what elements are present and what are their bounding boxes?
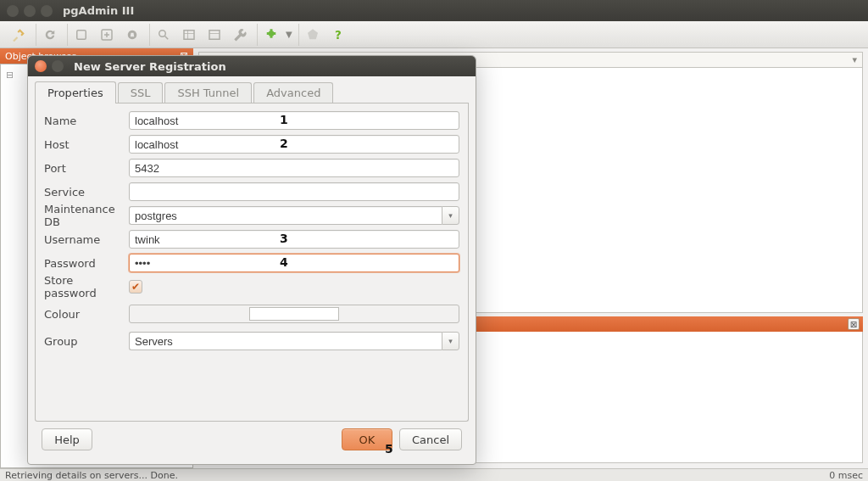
label-service: Service [44,186,129,199]
view-data-button[interactable] [178,24,200,46]
label-group: Group [44,335,129,348]
tab-properties[interactable]: Properties [35,81,116,103]
plugins-dropdown-caret[interactable]: ▼ [286,24,292,46]
maintenance-db-field[interactable] [129,206,442,225]
annotation-5: 5 [385,442,393,456]
label-name: Name [44,115,129,127]
connect-server-button[interactable] [8,24,30,46]
maintenance-button[interactable] [229,24,251,46]
tab-properties-content: Name 1 Host 2 Port Service [35,103,469,422]
svg-rect-3 [184,30,194,39]
dialog-tab-strip: Properties SSL SSH Tunnel Advanced [35,81,469,103]
status-bar: Retrieving details on servers... Done. 0… [0,468,868,481]
name-field[interactable] [129,111,459,130]
cancel-button[interactable]: Cancel [399,428,462,450]
window-minimize-button[interactable] [24,5,36,17]
port-field[interactable] [129,159,459,177]
maintenance-db-dropdown-button[interactable]: ▾ [442,206,459,225]
status-text: Retrieving details on servers... Done. [5,470,178,481]
svg-rect-4 [209,30,220,39]
window-maximize-button[interactable] [41,5,53,17]
label-password: Password [44,257,129,270]
tree-expand-icon[interactable]: ⊟ [6,70,14,81]
colour-swatch [249,307,339,321]
group-field[interactable] [129,332,442,350]
svg-point-2 [159,30,166,36]
new-object-button[interactable] [96,24,118,46]
password-field[interactable] [129,254,459,272]
svg-rect-0 [77,30,86,39]
window-close-button[interactable] [7,5,19,17]
help-button-dialog[interactable]: Help [42,428,92,450]
plugins-button[interactable] [260,24,282,46]
guru-hints-button[interactable] [302,24,324,46]
delete-button[interactable] [121,24,143,46]
sql-editor-button[interactable] [153,24,175,46]
label-store-password: Store password [44,274,129,299]
dialog-close-button[interactable] [35,60,47,72]
filter-data-button[interactable] [203,24,225,46]
main-window-titlebar: pgAdmin III [0,0,868,21]
tab-ssh-tunnel[interactable]: SSH Tunnel [164,82,252,103]
dialog-titlebar[interactable]: New Server Registration [28,56,476,76]
new-server-registration-dialog: New Server Registration Properties SSL S… [27,55,476,465]
status-time: 0 msec [829,470,863,481]
main-toolbar: ▼ ? [0,21,868,48]
label-host: Host [44,138,129,151]
label-maintenance-db: Maintenance DB [44,203,129,228]
dialog-footer: Help OK Cancel [35,422,469,457]
dialog-title: New Server Registration [74,60,226,73]
svg-text:?: ? [335,27,342,41]
annotation-4: 4 [280,255,288,269]
help-button[interactable]: ? [327,24,349,46]
group-dropdown-button[interactable]: ▾ [442,332,459,350]
dialog-minimize-button[interactable] [52,60,64,72]
colour-picker-button[interactable] [129,305,459,323]
tab-advanced[interactable]: Advanced [253,82,333,103]
tab-ssl[interactable]: SSL [118,82,164,103]
username-field[interactable] [129,230,459,249]
label-username: Username [44,233,129,246]
refresh-button[interactable] [39,24,61,46]
window-title: pgAdmin III [63,4,134,17]
annotation-2: 2 [280,137,288,150]
label-port: Port [44,162,129,175]
label-colour: Colour [44,308,129,321]
annotation-3: 3 [280,232,288,245]
host-field[interactable] [129,135,459,154]
service-field[interactable] [129,182,459,201]
properties-button[interactable] [70,24,92,46]
store-password-checkbox[interactable]: ✔ [129,280,142,294]
annotation-1: 1 [280,113,288,126]
sql-pane-close-icon[interactable]: ⊠ [848,318,860,330]
